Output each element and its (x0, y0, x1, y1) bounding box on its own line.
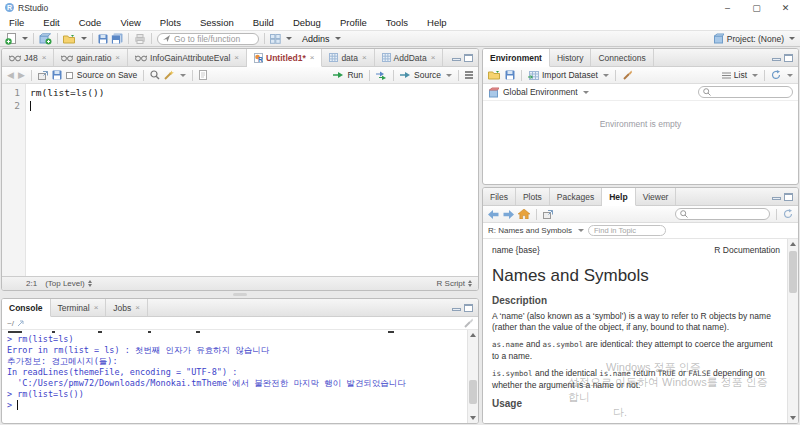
source-on-save-checkbox[interactable] (66, 72, 73, 79)
console-scrollbar[interactable] (467, 330, 478, 423)
pane-minimize-icon[interactable] (452, 308, 461, 311)
nav-back-icon[interactable]: ◀ (7, 70, 14, 80)
tab-infogainattributeeval[interactable]: InfoGainAttributeEval × (128, 49, 247, 66)
document-outline-icon[interactable] (465, 74, 473, 76)
open-file-icon[interactable] (63, 34, 76, 44)
horizontal-splitter[interactable] (1, 291, 479, 298)
new-file-dropdown[interactable] (22, 37, 28, 40)
horizontal-splitter[interactable] (482, 185, 799, 187)
nav-forward-icon[interactable]: ▶ (18, 70, 25, 80)
code-tools-dropdown[interactable] (180, 74, 186, 77)
tab-connections[interactable]: Connections (591, 49, 653, 66)
tab-files[interactable]: Files (483, 188, 516, 205)
find-in-topic-box[interactable] (588, 225, 666, 236)
tab-terminal[interactable]: Terminal × (51, 299, 107, 316)
tab-history[interactable]: History (550, 49, 591, 66)
rerun-icon[interactable] (376, 71, 387, 80)
tab-jobs[interactable]: Jobs × (106, 299, 148, 316)
clear-console-icon[interactable] (463, 318, 473, 328)
maximize-button[interactable]: ▢ (742, 0, 771, 15)
scroll-up-icon[interactable] (470, 333, 476, 337)
new-file-icon[interactable] (5, 33, 17, 45)
goto-directory-icon[interactable] (17, 319, 25, 327)
console-output[interactable]: > rm(list=ls) Error in rm(list = ls) : 첫… (2, 330, 478, 423)
open-file-dropdown[interactable] (81, 37, 87, 40)
find-replace-icon[interactable] (150, 70, 160, 80)
tab-close-icon[interactable]: × (362, 53, 367, 62)
pane-minimize-icon[interactable] (772, 197, 781, 200)
menu-debug[interactable]: Debug (293, 17, 321, 28)
help-back-icon[interactable] (488, 210, 499, 219)
save-workspace-icon[interactable] (505, 70, 515, 80)
refresh-dropdown[interactable] (787, 74, 793, 77)
menu-session[interactable]: Session (200, 17, 234, 28)
save-icon[interactable] (98, 34, 108, 44)
tab-j48[interactable]: J48 × (2, 49, 54, 66)
scope-selector[interactable]: (Top Level) (45, 279, 92, 288)
help-scrollbar[interactable] (787, 239, 798, 423)
panes-layout-icon[interactable] (270, 34, 281, 44)
menu-file[interactable]: File (9, 17, 24, 28)
help-document[interactable]: name {base} R Documentation Names and Sy… (483, 239, 798, 423)
load-workspace-icon[interactable] (488, 70, 501, 80)
tab-close-icon[interactable]: × (94, 303, 99, 312)
tab-adddata[interactable]: AddData × (375, 49, 444, 66)
code-editor[interactable]: 1 2 rm(list=ls()) (2, 84, 478, 276)
tab-gain-ratio[interactable]: gain.ratio × (54, 49, 128, 66)
pane-minimize-icon[interactable] (772, 58, 781, 61)
tab-data[interactable]: data × (322, 49, 374, 66)
tab-console[interactable]: Console (2, 299, 51, 317)
scroll-thumb[interactable] (789, 251, 797, 293)
home-icon[interactable] (518, 209, 530, 219)
minimize-button[interactable]: – (713, 0, 742, 15)
scroll-thumb[interactable] (469, 380, 477, 404)
tab-viewer[interactable]: Viewer (636, 188, 677, 205)
goto-file-box[interactable] (157, 33, 259, 45)
help-search-box[interactable] (675, 208, 770, 220)
pane-maximize-icon[interactable] (784, 193, 793, 201)
source-button[interactable]: Source (400, 70, 452, 80)
show-in-new-window-icon[interactable] (543, 210, 553, 219)
menu-tools[interactable]: Tools (386, 17, 408, 28)
tab-packages[interactable]: Packages (550, 188, 602, 205)
menu-profile[interactable]: Profile (340, 17, 367, 28)
help-forward-icon[interactable] (503, 210, 514, 219)
panes-layout-dropdown[interactable] (286, 37, 292, 40)
tab-help[interactable]: Help (602, 188, 635, 206)
tab-untitled1[interactable]: R Untitled1* × (247, 49, 322, 67)
menu-view[interactable]: View (120, 17, 140, 28)
tab-close-icon[interactable]: × (135, 303, 140, 312)
scroll-up-icon[interactable] (790, 242, 796, 246)
menu-plots[interactable]: Plots (160, 17, 181, 28)
scroll-down-icon[interactable] (790, 416, 796, 420)
pane-maximize-icon[interactable] (464, 54, 473, 62)
compile-report-icon[interactable] (199, 70, 207, 80)
new-project-icon[interactable] (39, 33, 52, 45)
list-view-button[interactable]: List (722, 70, 758, 80)
pane-maximize-icon[interactable] (464, 304, 473, 312)
help-search-input[interactable] (691, 210, 761, 219)
save-all-icon[interactable] (111, 33, 123, 44)
tab-close-icon[interactable]: × (234, 53, 239, 62)
refresh-icon[interactable] (783, 209, 793, 219)
project-menu-button[interactable]: Project: (None) (713, 33, 795, 44)
popout-icon[interactable] (38, 71, 48, 80)
topic-dropdown[interactable] (578, 229, 584, 232)
pane-minimize-icon[interactable] (452, 58, 461, 61)
goto-file-input[interactable] (174, 34, 254, 44)
environment-scope-selector[interactable]: Global Environment (503, 87, 589, 97)
refresh-icon[interactable] (771, 70, 781, 80)
pane-maximize-icon[interactable] (784, 54, 793, 62)
tab-close-icon[interactable]: × (431, 53, 436, 62)
clear-workspace-icon[interactable] (622, 70, 632, 80)
find-in-topic-input[interactable] (594, 226, 660, 235)
tab-close-icon[interactable]: × (310, 53, 315, 62)
import-dataset-button[interactable]: Import Dataset (528, 70, 609, 80)
tab-close-icon[interactable]: × (115, 53, 120, 62)
environment-search-input[interactable] (714, 88, 784, 97)
code-tools-icon[interactable] (164, 70, 174, 80)
menu-help[interactable]: Help (427, 17, 447, 28)
environment-search-box[interactable] (698, 86, 793, 98)
addins-button[interactable]: Addins (302, 34, 341, 44)
run-button[interactable]: Run (333, 70, 363, 80)
